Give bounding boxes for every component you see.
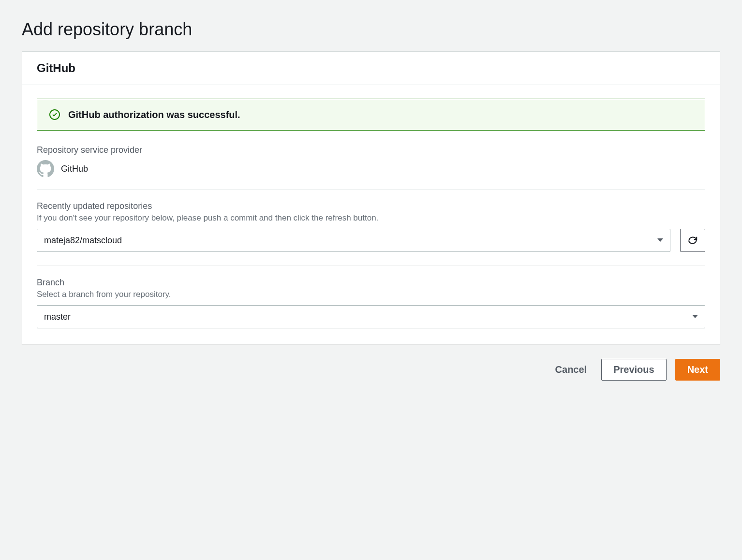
- divider: [37, 189, 705, 190]
- branch-description: Select a branch from your repository.: [37, 290, 705, 299]
- provider-name: GitHub: [61, 164, 88, 174]
- repository-select[interactable]: mateja82/matscloud: [37, 229, 670, 252]
- github-card: GitHub GitHub authorization was successf…: [22, 51, 720, 344]
- branch-select-wrapper: master: [37, 305, 705, 328]
- repository-selected-value: mateja82/matscloud: [44, 236, 122, 246]
- repositories-label: Recently updated repositories: [37, 201, 705, 211]
- branch-label: Branch: [37, 278, 705, 288]
- card-header-title: GitHub: [37, 61, 705, 75]
- page-title: Add repository branch: [22, 19, 720, 40]
- card-body: GitHub authorization was successful. Rep…: [22, 85, 720, 344]
- refresh-icon: [687, 235, 698, 246]
- repositories-description: If you don't see your repository below, …: [37, 213, 705, 223]
- success-alert: GitHub authorization was successful.: [37, 99, 705, 131]
- card-header: GitHub: [22, 52, 720, 85]
- branch-selected-value: master: [44, 312, 71, 322]
- cancel-button[interactable]: Cancel: [549, 359, 593, 380]
- refresh-button[interactable]: [680, 229, 705, 252]
- check-circle-icon: [49, 109, 60, 120]
- footer-actions: Cancel Previous Next: [22, 359, 720, 381]
- previous-button[interactable]: Previous: [601, 359, 666, 381]
- next-button[interactable]: Next: [675, 359, 720, 381]
- provider-row: GitHub: [37, 160, 705, 177]
- success-alert-text: GitHub authorization was successful.: [68, 109, 240, 120]
- repositories-row: mateja82/matscloud: [37, 229, 705, 252]
- provider-label: Repository service provider: [37, 145, 705, 155]
- divider: [37, 265, 705, 266]
- repository-select-wrapper: mateja82/matscloud: [37, 229, 670, 252]
- branch-section: Branch Select a branch from your reposit…: [37, 278, 705, 328]
- github-icon: [37, 160, 54, 177]
- branch-select[interactable]: master: [37, 305, 705, 328]
